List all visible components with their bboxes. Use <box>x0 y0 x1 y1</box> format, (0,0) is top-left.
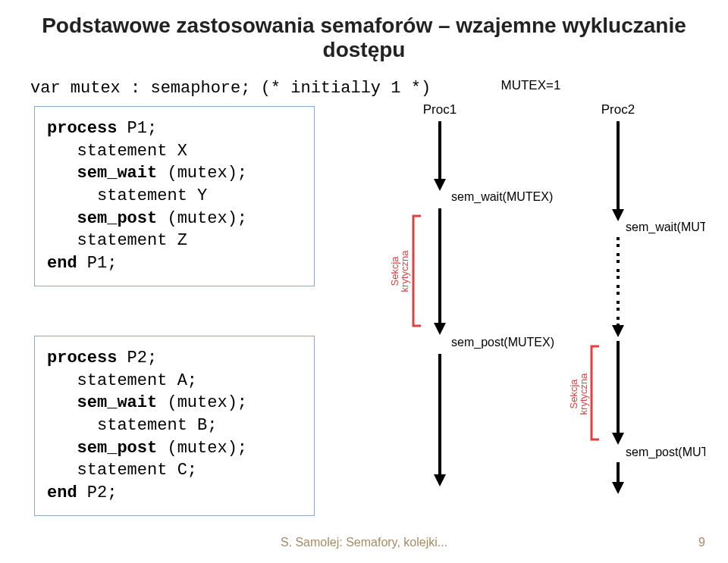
txt <box>47 393 77 412</box>
txt <box>47 164 77 183</box>
txt: statement C; <box>47 461 197 480</box>
label-proc2: Proc2 <box>601 102 635 117</box>
arrowhead-icon <box>612 482 624 494</box>
txt: P1; <box>77 254 118 273</box>
critical-bracket <box>413 216 421 326</box>
txt: (mutex); <box>157 393 247 412</box>
code-column: process P1; statement X sem_wait (mutex)… <box>34 106 315 563</box>
kw-process: process <box>47 119 117 138</box>
txt: (mutex); <box>157 439 247 458</box>
txt: P2; <box>77 483 118 502</box>
page-title: Podstawowe zastosowania semaforów – wzaj… <box>0 0 728 62</box>
code-box-p1: process P1; statement X sem_wait (mutex)… <box>34 106 315 286</box>
label-sem-wait: sem_wait(MUTEX) <box>626 221 705 234</box>
txt <box>47 209 77 228</box>
semaphore-diagram: MUTEX=1 Proc1 Proc2 sem_wait(MUTEX) Sekc… <box>356 76 705 500</box>
fn-sem-wait: sem_wait <box>77 164 158 183</box>
fn-sem-post: sem_post <box>77 439 158 458</box>
txt: statement A; <box>47 371 197 390</box>
label-sem-post: sem_post(MUTEX) <box>626 446 705 459</box>
label-mutex: MUTEX=1 <box>501 78 561 92</box>
txt: (mutex); <box>157 209 247 228</box>
kw-end: end <box>47 483 77 502</box>
txt: statement B; <box>47 416 217 435</box>
txt: P2; <box>117 349 157 368</box>
label-proc1: Proc1 <box>423 102 457 117</box>
txt <box>47 439 77 458</box>
arrowhead-icon <box>612 325 624 337</box>
footer-text: S. Samolej: Semafory, kolejki... <box>281 536 447 549</box>
arrowhead-icon <box>434 179 446 191</box>
label-sem-wait: sem_wait(MUTEX) <box>451 190 553 204</box>
arrowhead-icon <box>434 323 446 335</box>
critical-bracket <box>592 346 599 439</box>
page-number: 9 <box>698 536 705 549</box>
label-sem-post: sem_post(MUTEX) <box>451 336 554 349</box>
label-krytyczna: krytyczna <box>578 373 589 415</box>
kw-process: process <box>47 349 117 368</box>
label-krytyczna: krytyczna <box>399 250 410 292</box>
arrowhead-icon <box>612 433 624 445</box>
fn-sem-wait: sem_wait <box>77 393 158 412</box>
txt: statement Y <box>47 186 207 205</box>
arrowhead-icon <box>434 474 446 486</box>
code-box-p2: process P2; statement A; sem_wait (mutex… <box>34 336 315 516</box>
kw-end: end <box>47 254 77 273</box>
arrowhead-icon <box>612 209 624 221</box>
fn-sem-post: sem_post <box>77 209 158 228</box>
txt: statement X <box>47 142 187 161</box>
txt: P1; <box>117 119 157 138</box>
txt: (mutex); <box>157 164 247 183</box>
txt: statement Z <box>47 231 187 250</box>
